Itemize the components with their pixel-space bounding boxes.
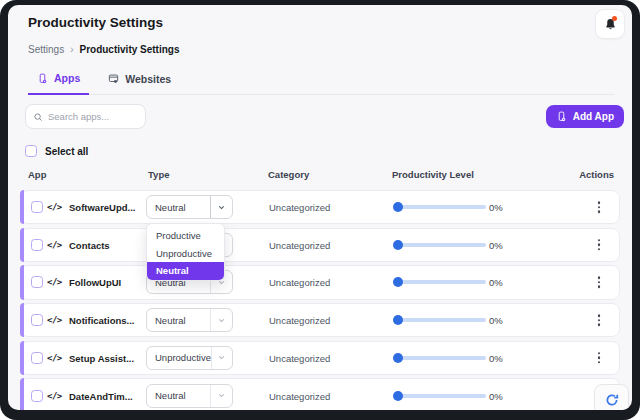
slider-thumb[interactable] xyxy=(393,391,403,401)
select-all: Select all xyxy=(25,145,88,157)
tab-websites-label: Websites xyxy=(125,73,171,85)
type-select[interactable]: Neutral xyxy=(146,384,233,408)
add-app-button[interactable]: Add App xyxy=(546,105,624,128)
row-checkbox[interactable] xyxy=(31,239,43,251)
table-row: </> DateAndTim... Neutral Uncategorized … xyxy=(20,378,620,410)
slider-thumb[interactable] xyxy=(393,315,403,325)
productivity-level-value: 0% xyxy=(489,202,503,213)
tab-websites[interactable]: Websites xyxy=(99,65,180,94)
row-checkbox[interactable] xyxy=(31,352,43,364)
app-name: FollowUpUI xyxy=(69,277,121,288)
slider-thumb[interactable] xyxy=(393,353,403,363)
table-row: </> SoftwareUpd... Neutral Uncategorized… xyxy=(20,190,620,224)
select-all-label: Select all xyxy=(45,146,88,157)
row-actions-kebab-icon[interactable] xyxy=(596,350,603,366)
type-select[interactable]: Unproductive xyxy=(146,346,233,370)
column-header-app: App xyxy=(28,169,46,180)
dropdown-option[interactable]: Productive xyxy=(147,227,224,245)
notifications-button[interactable] xyxy=(595,9,625,39)
column-header-category: Category xyxy=(268,169,309,180)
category-value: Uncategorized xyxy=(269,352,330,363)
row-checkbox[interactable] xyxy=(31,201,43,213)
row-accent-bar xyxy=(20,303,24,337)
slider-thumb[interactable] xyxy=(393,202,403,212)
slider-thumb[interactable] xyxy=(393,277,403,287)
table-body: </> SoftwareUpd... Neutral Uncategorized… xyxy=(20,190,620,410)
productivity-slider[interactable] xyxy=(396,353,486,363)
row-accent-bar xyxy=(20,190,24,224)
productivity-slider[interactable] xyxy=(396,277,486,287)
row-checkbox[interactable] xyxy=(31,390,43,402)
search-icon xyxy=(33,112,43,122)
browser-icon xyxy=(108,73,119,84)
productivity-slider[interactable] xyxy=(396,202,486,212)
productivity-slider[interactable] xyxy=(396,315,486,325)
dropdown-option[interactable]: Neutral xyxy=(147,262,224,280)
category-value: Uncategorized xyxy=(269,315,330,326)
type-dropdown-menu: Productive Unproductive Neutral xyxy=(146,223,225,281)
tab-bar: Apps Websites xyxy=(28,65,614,95)
search-input[interactable] xyxy=(48,111,138,122)
app-window: Productivity Settings Settings › Product… xyxy=(8,5,632,410)
code-icon: </> xyxy=(47,277,62,287)
row-accent-bar xyxy=(20,378,24,410)
tab-apps[interactable]: Apps xyxy=(28,65,89,95)
productivity-level-value: 0% xyxy=(489,352,503,363)
code-icon: </> xyxy=(47,202,62,212)
window-frame: Productivity Settings Settings › Product… xyxy=(0,0,640,420)
column-header-actions: Actions xyxy=(579,169,614,180)
row-actions-kebab-icon[interactable] xyxy=(596,237,603,253)
add-app-icon xyxy=(556,111,567,122)
breadcrumb-separator-icon: › xyxy=(70,44,73,55)
row-actions-kebab-icon[interactable] xyxy=(596,312,603,328)
productivity-slider[interactable] xyxy=(396,391,486,401)
type-select-value: Neutral xyxy=(147,315,210,326)
slider-thumb[interactable] xyxy=(393,240,403,250)
type-select-value: Unproductive xyxy=(147,352,211,363)
category-value: Uncategorized xyxy=(269,239,330,250)
type-select-value: Neutral xyxy=(147,390,210,401)
breadcrumb-current: Productivity Settings xyxy=(79,44,179,55)
select-all-checkbox[interactable] xyxy=(25,145,37,157)
notification-dot xyxy=(612,16,617,21)
row-accent-bar xyxy=(20,341,24,375)
code-icon: </> xyxy=(47,353,62,363)
type-select-value: Neutral xyxy=(147,202,210,213)
mobile-app-icon xyxy=(37,73,48,84)
code-icon: </> xyxy=(47,240,62,250)
row-actions-kebab-icon[interactable] xyxy=(596,275,603,291)
code-icon: </> xyxy=(47,391,62,401)
tab-apps-label: Apps xyxy=(54,72,80,84)
chevron-down-icon xyxy=(210,385,232,407)
breadcrumb: Settings › Productivity Settings xyxy=(28,44,180,55)
type-select[interactable]: Neutral xyxy=(146,195,233,219)
row-checkbox[interactable] xyxy=(31,314,43,326)
productivity-level-value: 0% xyxy=(489,315,503,326)
type-select[interactable]: Neutral xyxy=(146,308,233,332)
column-header-productivity-level: Productivity Level xyxy=(392,169,474,180)
table-row: </> Setup Assist... Unproductive Uncateg… xyxy=(20,341,620,375)
recaptcha-badge[interactable] xyxy=(594,384,629,410)
productivity-slider[interactable] xyxy=(396,240,486,250)
table-row: </> Contacts Neutral Uncategorized 0% xyxy=(20,228,620,262)
code-icon: </> xyxy=(47,315,62,325)
productivity-level-value: 0% xyxy=(489,390,503,401)
app-name: Contacts xyxy=(69,239,110,250)
slider-track xyxy=(396,318,486,322)
breadcrumb-settings[interactable]: Settings xyxy=(28,44,64,55)
dropdown-option[interactable]: Unproductive xyxy=(147,245,224,263)
chevron-down-icon xyxy=(210,309,232,331)
row-checkbox[interactable] xyxy=(31,276,43,288)
search-box xyxy=(25,104,146,129)
productivity-level-value: 0% xyxy=(489,277,503,288)
table-header: App Type Category Productivity Level Act… xyxy=(20,169,620,182)
category-value: Uncategorized xyxy=(269,390,330,401)
app-name: SoftwareUpd... xyxy=(69,202,136,213)
column-header-type: Type xyxy=(148,169,169,180)
productivity-level-value: 0% xyxy=(489,239,503,250)
row-actions-kebab-icon[interactable] xyxy=(596,199,603,215)
table-row: </> FollowUpUI Neutral Uncategorized 0% xyxy=(20,265,620,299)
row-accent-bar xyxy=(20,265,24,299)
chevron-down-icon xyxy=(210,196,232,218)
slider-track xyxy=(396,280,486,284)
